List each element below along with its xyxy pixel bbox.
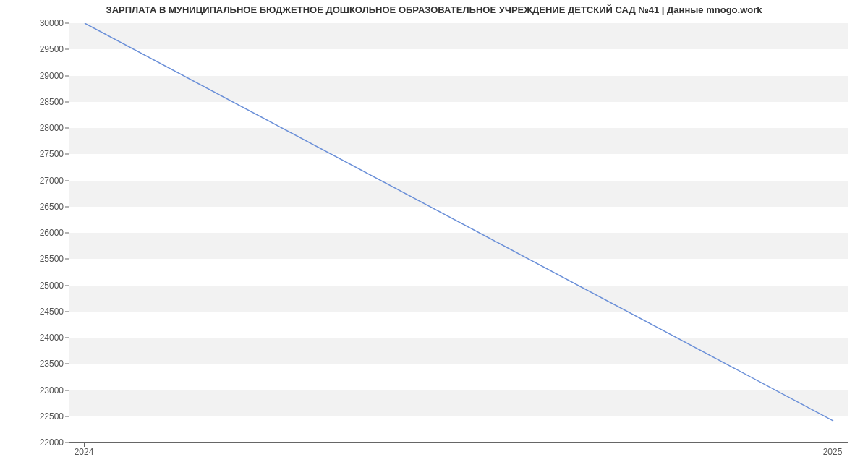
y-tick-label: 29500 [6,44,64,54]
y-tick-label: 22000 [6,437,64,448]
y-tick-label: 22500 [6,411,64,422]
y-tick-label: 24500 [6,307,64,317]
chart-title: ЗАРПЛАТА В МУНИЦИПАЛЬНОЕ БЮДЖЕТНОЕ ДОШКО… [0,4,868,15]
y-tick-label: 30000 [6,18,64,28]
y-tick-label: 28000 [6,123,64,133]
y-tick-label: 23500 [6,359,64,369]
y-tick-label: 24000 [6,333,64,343]
x-tick-mark [84,443,85,447]
y-tick-label: 26500 [6,202,64,212]
y-tick-label: 27000 [6,176,64,186]
y-tick-label: 29000 [6,71,64,81]
x-tick-label: 2024 [75,447,94,457]
y-tick-label: 25000 [6,281,64,291]
x-tick-mark [833,443,833,447]
chart-container: ЗАРПЛАТА В МУНИЦИПАЛЬНОЕ БЮДЖЕТНОЕ ДОШКО… [0,0,868,470]
y-tick-label: 23000 [6,385,64,396]
series-line [85,23,833,421]
x-tick-label: 2025 [823,447,843,457]
y-tick-label: 28500 [6,97,64,107]
y-tick-label: 25500 [6,254,64,264]
y-tick-label: 27500 [6,149,64,159]
plot-area [69,23,848,443]
y-tick-label: 26000 [6,228,64,238]
line-layer [69,23,848,442]
